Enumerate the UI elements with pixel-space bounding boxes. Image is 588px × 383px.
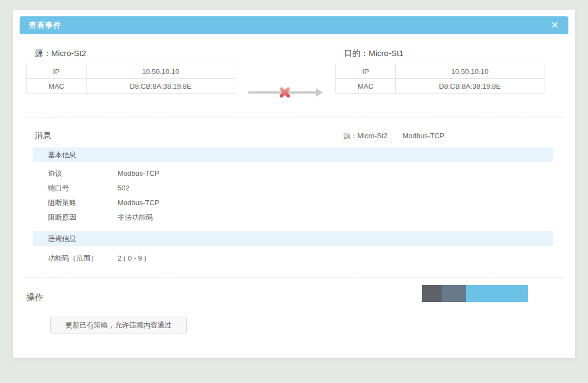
destination-mac-key: MAC <box>336 79 396 94</box>
destination-mac-value: D8:CB:8A:38:19:8E <box>396 79 544 94</box>
view-event-dialog: 查看事件 ✕ 源：Micro-St2 IP 10.50.10.10 MAC D8… <box>13 10 575 358</box>
table-row: MAC D8:CB:8A:38:19:8E <box>27 79 235 94</box>
block-policy-label: 阻断策略 <box>26 198 118 208</box>
message-context: 源：Micro-St2 Modbus-TCP <box>343 131 562 141</box>
port-value: 502 <box>118 184 130 192</box>
hosts-row: 源：Micro-St2 IP 10.50.10.10 MAC D8:CB:8A:… <box>26 48 562 101</box>
list-item: 功能码（范围） 2 ( 0 - 9 ) <box>26 251 562 265</box>
section-divider <box>24 277 564 278</box>
block-policy-value: Modbus-TCP <box>118 199 160 207</box>
update-policy-button[interactable]: 更新已有策略，允许违规内容通过 <box>50 317 187 333</box>
list-item: 协议 Modbus-TCP <box>26 166 562 181</box>
list-item: 阻断原因 非法功能码 <box>26 210 562 225</box>
section-divider <box>24 117 564 118</box>
source-mac-value: D8:CB:8A:38:19:8E <box>87 79 235 94</box>
page-background: { "page": { "background_color": "#e5e9e6… <box>0 0 588 383</box>
close-icon[interactable]: ✕ <box>549 20 561 31</box>
context-source: 源：Micro-St2 <box>343 132 388 140</box>
source-ip-value: 10.50.10.10 <box>87 64 235 79</box>
protocol-value: Modbus-TCP <box>118 169 160 177</box>
legend-segment-dark <box>422 285 442 302</box>
protocol-label: 协议 <box>26 169 118 178</box>
dialog-header: 查看事件 ✕ <box>20 16 568 34</box>
legend-segment-blue <box>466 285 528 302</box>
function-code-value: 2 ( 0 - 9 ) <box>118 254 146 262</box>
source-ip-key: IP <box>27 64 87 79</box>
flow-arrow <box>248 84 323 101</box>
destination-ip-value: 10.50.10.10 <box>396 64 544 79</box>
violation-info-rows: 功能码（范围） 2 ( 0 - 9 ) <box>26 251 562 265</box>
blocked-x-icon <box>278 85 292 100</box>
table-row: IP 10.50.10.10 <box>336 64 544 79</box>
table-row: MAC D8:CB:8A:38:19:8E <box>336 79 544 94</box>
message-header-row: 消息 源：Micro-St2 Modbus-TCP <box>26 131 562 141</box>
source-label: 源：Micro-St2 <box>26 48 235 59</box>
dialog-title: 查看事件 <box>29 21 549 30</box>
list-item: 阻断策略 Modbus-TCP <box>26 195 562 210</box>
function-code-label: 功能码（范围） <box>26 254 118 263</box>
dialog-content: 源：Micro-St2 IP 10.50.10.10 MAC D8:CB:8A:… <box>13 48 575 333</box>
block-reason-label: 阻断原因 <box>26 213 118 223</box>
block-reason-value: 非法功能码 <box>118 213 153 223</box>
basic-info-band: 基本信息 <box>33 147 553 162</box>
source-table: IP 10.50.10.10 MAC D8:CB:8A:38:19:8E <box>26 64 235 94</box>
arrow-head <box>316 88 323 97</box>
legend-segment-slate <box>442 285 466 302</box>
message-heading: 消息 <box>26 131 51 141</box>
source-block: 源：Micro-St2 IP 10.50.10.10 MAC D8:CB:8A:… <box>26 48 235 101</box>
source-mac-key: MAC <box>27 79 87 94</box>
violation-info-band: 违规信息 <box>33 231 553 246</box>
port-label: 端口号 <box>26 183 118 193</box>
list-item: 端口号 502 <box>26 181 562 195</box>
traffic-flow <box>235 48 335 101</box>
legend-color-bar <box>422 285 528 302</box>
action-header-row: 操作 <box>26 287 562 306</box>
context-protocol: Modbus-TCP <box>402 132 444 140</box>
destination-block: 目的：Micro-St1 IP 10.50.10.10 MAC D8:CB:8A… <box>335 48 544 101</box>
destination-label: 目的：Micro-St1 <box>335 48 544 59</box>
basic-info-rows: 协议 Modbus-TCP 端口号 502 阻断策略 Modbus-TCP 阻断… <box>26 166 562 225</box>
destination-table: IP 10.50.10.10 MAC D8:CB:8A:38:19:8E <box>335 64 544 94</box>
table-row: IP 10.50.10.10 <box>27 64 235 79</box>
destination-ip-key: IP <box>336 64 396 79</box>
